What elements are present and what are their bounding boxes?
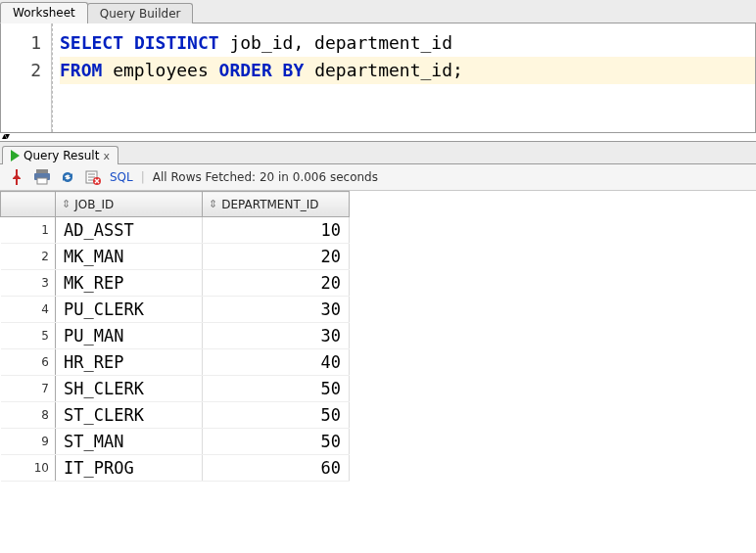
grid-filler bbox=[350, 455, 351, 482]
row-number: 10 bbox=[1, 455, 56, 482]
code-line[interactable]: SELECT DISTINCT job_id, department_id bbox=[60, 29, 755, 57]
grid-header-row: ⇕ JOB_ID ⇕ DEPARTMENT_ID bbox=[1, 192, 351, 217]
cell-department-id[interactable]: 50 bbox=[203, 376, 350, 402]
sort-icon: ⇕ bbox=[62, 199, 71, 209]
pin-icon[interactable] bbox=[8, 168, 25, 186]
table-row[interactable]: 4PU_CLERK30 bbox=[1, 297, 351, 323]
tab-worksheet[interactable]: Worksheet bbox=[0, 2, 88, 23]
keyword-token: FROM bbox=[60, 60, 102, 80]
result-toolbar: SQL | All Rows Fetched: 20 in 0.006 seco… bbox=[0, 164, 756, 191]
sql-editor[interactable]: 1 2 SELECT DISTINCT job_id, department_i… bbox=[0, 23, 756, 133]
result-grid[interactable]: ⇕ JOB_ID ⇕ DEPARTMENT_ID 1AD_ASST102MK_M… bbox=[0, 191, 350, 482]
table-row[interactable]: 8ST_CLERK50 bbox=[1, 402, 351, 429]
toolbar-separator: | bbox=[141, 170, 145, 184]
cell-job-id[interactable]: SH_CLERK bbox=[56, 376, 203, 402]
svg-rect-2 bbox=[37, 178, 47, 184]
text-token: job_id, department_id bbox=[219, 32, 452, 53]
cell-job-id[interactable]: MK_REP bbox=[56, 270, 203, 297]
refresh-icon[interactable] bbox=[59, 168, 76, 186]
text-token: department_id; bbox=[304, 60, 463, 80]
row-number: 6 bbox=[1, 349, 56, 376]
editor-tabs: Worksheet Query Builder bbox=[0, 0, 756, 23]
grid-filler bbox=[350, 402, 351, 429]
cell-job-id[interactable]: ST_MAN bbox=[56, 429, 203, 455]
row-number: 2 bbox=[1, 244, 56, 270]
line-gutter: 1 2 bbox=[1, 23, 52, 132]
keyword-token: SELECT bbox=[60, 32, 123, 53]
grid-filler bbox=[350, 192, 351, 217]
fetch-status: All Rows Fetched: 20 in 0.006 seconds bbox=[153, 170, 378, 184]
table-row[interactable]: 1AD_ASST10 bbox=[1, 217, 351, 244]
column-header-department-id[interactable]: ⇕ DEPARTMENT_ID bbox=[203, 192, 350, 217]
cell-department-id[interactable]: 20 bbox=[203, 244, 350, 270]
row-number: 5 bbox=[1, 323, 56, 349]
sql-button[interactable]: SQL bbox=[110, 170, 133, 184]
cell-job-id[interactable]: MK_MAN bbox=[56, 244, 203, 270]
table-row[interactable]: 2MK_MAN20 bbox=[1, 244, 351, 270]
code-margin bbox=[52, 23, 53, 132]
row-number: 7 bbox=[1, 376, 56, 402]
column-label: DEPARTMENT_ID bbox=[221, 198, 318, 211]
grid-filler bbox=[350, 429, 351, 455]
table-row[interactable]: 7SH_CLERK50 bbox=[1, 376, 351, 402]
delete-icon[interactable] bbox=[84, 168, 102, 186]
row-number: 1 bbox=[1, 217, 56, 244]
cell-department-id[interactable]: 20 bbox=[203, 270, 350, 297]
table-row[interactable]: 6HR_REP40 bbox=[1, 349, 351, 376]
row-number: 9 bbox=[1, 429, 56, 455]
splitter-handle[interactable]: ▴▾ bbox=[0, 133, 756, 141]
cell-job-id[interactable]: IT_PROG bbox=[56, 455, 203, 482]
code-line[interactable]: FROM employees ORDER BY department_id; bbox=[60, 57, 755, 84]
grid-corner bbox=[1, 192, 56, 217]
keyword-token: DISTINCT bbox=[134, 32, 219, 53]
run-icon bbox=[11, 150, 20, 161]
text-token: employees bbox=[102, 60, 218, 80]
grid-filler bbox=[350, 323, 351, 349]
cell-job-id[interactable]: AD_ASST bbox=[56, 217, 203, 244]
cell-department-id[interactable]: 50 bbox=[203, 429, 350, 455]
column-label: JOB_ID bbox=[74, 198, 114, 211]
keyword-token: BY bbox=[283, 60, 305, 80]
tab-query-result[interactable]: Query Result x bbox=[2, 146, 118, 164]
cell-department-id[interactable]: 30 bbox=[203, 297, 350, 323]
tab-query-builder[interactable]: Query Builder bbox=[87, 3, 194, 23]
cell-department-id[interactable]: 30 bbox=[203, 323, 350, 349]
line-number: 1 bbox=[1, 29, 41, 57]
result-tab-label: Query Result bbox=[24, 149, 99, 162]
cell-job-id[interactable]: PU_MAN bbox=[56, 323, 203, 349]
code-area[interactable]: SELECT DISTINCT job_id, department_idFRO… bbox=[52, 23, 755, 132]
keyword-token: ORDER bbox=[219, 60, 272, 80]
row-number: 4 bbox=[1, 297, 56, 323]
cell-department-id[interactable]: 10 bbox=[203, 217, 350, 244]
table-row[interactable]: 9ST_MAN50 bbox=[1, 429, 351, 455]
sort-icon: ⇕ bbox=[209, 199, 217, 209]
row-number: 3 bbox=[1, 270, 56, 297]
text-token bbox=[272, 60, 283, 80]
cell-job-id[interactable]: ST_CLERK bbox=[56, 402, 203, 429]
cell-department-id[interactable]: 40 bbox=[203, 349, 350, 376]
grid-filler bbox=[350, 270, 351, 297]
svg-rect-0 bbox=[36, 169, 48, 173]
table-row[interactable]: 5PU_MAN30 bbox=[1, 323, 351, 349]
column-header-job-id[interactable]: ⇕ JOB_ID bbox=[56, 192, 203, 217]
cell-job-id[interactable]: PU_CLERK bbox=[56, 297, 203, 323]
line-number: 2 bbox=[1, 57, 41, 84]
result-tabs: Query Result x bbox=[0, 141, 756, 164]
grid-filler bbox=[350, 349, 351, 376]
grid-filler bbox=[350, 297, 351, 323]
table-row[interactable]: 10IT_PROG60 bbox=[1, 455, 351, 482]
grid-filler bbox=[350, 376, 351, 402]
row-number: 8 bbox=[1, 402, 56, 429]
cell-department-id[interactable]: 60 bbox=[203, 455, 350, 482]
print-icon[interactable] bbox=[33, 168, 51, 186]
cell-department-id[interactable]: 50 bbox=[203, 402, 350, 429]
cell-job-id[interactable]: HR_REP bbox=[56, 349, 203, 376]
grid-filler bbox=[350, 217, 351, 244]
grid-filler bbox=[350, 244, 351, 270]
table-row[interactable]: 3MK_REP20 bbox=[1, 270, 351, 297]
close-icon[interactable]: x bbox=[103, 150, 110, 162]
text-token bbox=[123, 32, 134, 53]
